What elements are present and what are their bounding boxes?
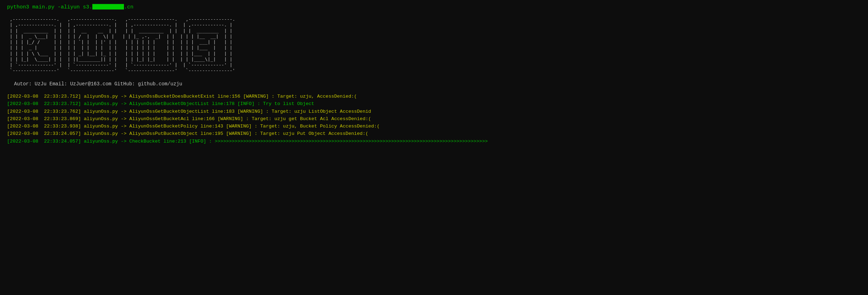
log-entry-5: [2022-03-08 22:33:23.938] aliyunOss.py -… xyxy=(7,123,861,130)
command-line: python3 main.py -aliyun s3.██████████.cn xyxy=(7,4,861,11)
log-entry-7: [2022-03-08 22:33:24.057] aliyunOss.py -… xyxy=(7,138,861,145)
log-entry-6: [2022-03-08 22:33:24.057] aliyunOss.py -… xyxy=(7,130,861,137)
ascii-art-banner: ,----------------. ,----------------. ,-… xyxy=(7,17,861,74)
log-entry-1: [2022-03-08 22:33:23.712] aliyunOss.py -… xyxy=(7,93,861,100)
terminal-window: python3 main.py -aliyun s3.██████████.cn… xyxy=(7,4,861,145)
log-entry-4: [2022-03-08 22:33:23.869] aliyunOss.py -… xyxy=(7,116,861,123)
log-entry-2: [2022-03-08 22:33:23.712] aliyunOss.py -… xyxy=(7,100,861,107)
ascii-art-text: ,----------------. ,----------------. ,-… xyxy=(7,17,235,74)
author-info: Autor: UzJu Email: UzJuer@163.com GitHub… xyxy=(7,81,861,88)
log-entry-3: [2022-03-08 22:33:23.762] aliyunOss.py -… xyxy=(7,108,861,115)
log-container: [2022-03-08 22:33:23.712] aliyunOss.py -… xyxy=(7,93,861,145)
